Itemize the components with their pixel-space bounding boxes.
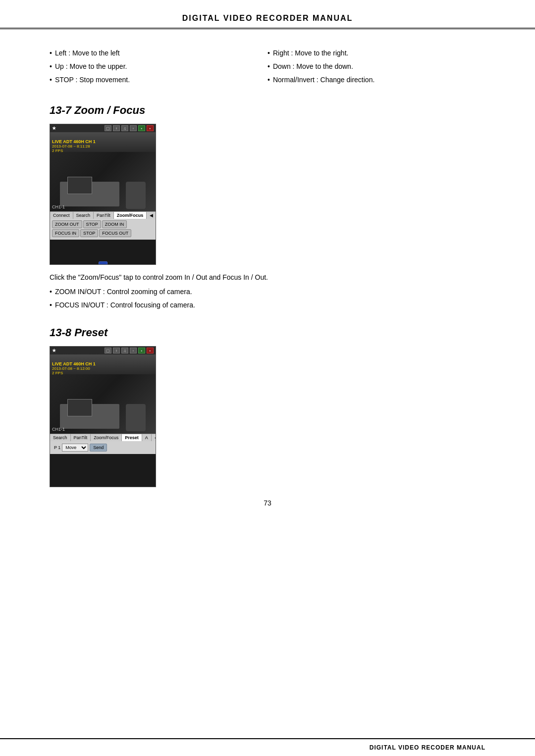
cam-live-text-2: LIVE ADT 460H CH 1 [52, 361, 96, 366]
zoom-description: Click the "Zoom/Focus" tap to control zo… [50, 272, 485, 283]
cam-tabs-2[interactable]: Search PanTilt Zoom/Focus Preset A ◀ ▶ [50, 434, 156, 441]
preset-section: 13-8 Preset ★ ▢ ♀ ♫ ▫ ▪ ▪ LIVE ADT 4 [50, 326, 485, 487]
bullet-dot: • [268, 75, 270, 85]
cam-logo-icon: ★ [52, 126, 56, 131]
bullet-left-text: Left : Move to the left [55, 48, 120, 58]
page-header: DIGITAL VIDEO RECORDER MANUAL [0, 0, 535, 29]
cam-focus-row: FOCUS IN STOP FOCUS OUT [52, 229, 154, 237]
bullet-right: • Right : Move to the right. [268, 48, 485, 58]
focus-out-button[interactable]: FOCUS OUT [99, 229, 131, 237]
bullet-up-text: Up : Move to the upper. [55, 61, 127, 72]
bullet-dot: • [50, 75, 52, 85]
cam-datetime-1: 2013-07-08 ~ 8:11:28 [52, 144, 96, 149]
cam-ch-label-2: CH1-1 [52, 427, 65, 432]
cam-tab-search-2[interactable]: Search [50, 434, 71, 441]
cam-live-info: LIVE ADT 460H CH 1 2013-07-08 ~ 8:11:28 … [52, 139, 96, 153]
cam-live-info-2: LIVE ADT 460H CH 1 2013-07-08 ~ 8:12:00 … [52, 361, 96, 375]
bullet-dot: • [50, 300, 52, 310]
cam-icon-4: ▫ [130, 125, 137, 131]
cam-video-area-2: LIVE ADT 460H CH 1 2013-07-08 ~ 8:12:00 … [50, 354, 156, 434]
bullet-dot: • [50, 287, 52, 297]
bullet-col-right: • Right : Move to the right. • Down : Mo… [268, 48, 485, 88]
zoom-in-button[interactable]: ZOOM IN [102, 220, 127, 228]
bullet-col-left: • Left : Move to the left • Up : Move to… [50, 48, 268, 88]
cam-icon-p-1: ▢ [105, 348, 111, 353]
footer-text: DIGITAL VIDEO RECODER MANUAL [370, 744, 485, 751]
bullet-dot: • [50, 48, 52, 58]
cam-tab-preset[interactable]: Preset [122, 434, 142, 441]
cam-logo-icon-2: ★ [52, 348, 56, 353]
cam-icon-p-3: ♫ [121, 348, 128, 353]
cam-tab-zoomfocus[interactable]: Zoom/Focus [114, 212, 147, 219]
cam-icon-p-4: ▫ [130, 348, 137, 353]
bullet-left: • Left : Move to the left [50, 48, 268, 58]
bullet-dot: • [268, 61, 270, 72]
zoom-bullet2: • FOCUS IN/OUT : Control focusing of cam… [50, 300, 485, 310]
cam-monitor-2 [67, 399, 92, 416]
bullet-normal-invert-text: Normal/Invert : Change direction. [273, 75, 374, 85]
cam-live-text: LIVE ADT 460H CH 1 [52, 139, 96, 144]
preset-camera-screenshot: ★ ▢ ♀ ♫ ▫ ▪ ▪ LIVE ADT 460H CH 1 2013-07… [50, 346, 156, 487]
bullet-down: • Down : Move to the down. [268, 61, 485, 72]
bullet-right-text: Right : Move to the right. [273, 48, 349, 58]
zoom-bullet2-text: FOCUS IN/OUT : Control focusing of camer… [55, 300, 195, 310]
cam-tabs-1[interactable]: Connect Search PanTilt Zoom/Focus ◀ ▶ [50, 211, 156, 219]
cam-icon-p-2: ♀ [113, 348, 120, 353]
cam-icon-p-6: ▪ [147, 348, 154, 353]
cam-preset-row: P 1 Move Set Delete Send [52, 443, 154, 453]
cam-zoom-controls: ZOOM OUT STOP ZOOM IN FOCUS IN STOP FOCU… [50, 219, 156, 240]
zoom-bullet1: • ZOOM IN/OUT : Control zooming of camer… [50, 287, 485, 297]
cam-icon-5: ▪ [138, 125, 145, 131]
cam-top-bar-2: ★ ▢ ♀ ♫ ▫ ▪ ▪ [50, 347, 156, 354]
cam-top-bar: ★ ▢ ♀ ♫ ▫ ▪ ▪ [50, 124, 156, 132]
cam-tab-connect[interactable]: Connect [50, 212, 73, 219]
cam-icon-p-5: ▪ [138, 348, 145, 353]
preset-send-button[interactable]: Send [90, 444, 107, 452]
cam-extra-space-1 [50, 240, 156, 259]
bullet-dot: • [50, 61, 52, 72]
cam-monitor [67, 177, 92, 194]
cam-zoom-row: ZOOM OUT STOP ZOOM IN [52, 220, 154, 228]
zoom-camera-screenshot: ★ ▢ ♀ ♫ ▫ ▪ ▪ LIVE ADT 460H CH 1 2013-07… [50, 124, 156, 265]
cam-icon-2: ♀ [113, 125, 120, 131]
cam-fps-1: 2 FPS [52, 149, 96, 153]
preset-select[interactable]: Move Set Delete [62, 444, 88, 452]
preset-label: P 1 [54, 445, 60, 450]
page-container: DIGITAL VIDEO RECORDER MANUAL • Left : M… [0, 0, 535, 756]
bullet-normal-invert: • Normal/Invert : Change direction. [268, 75, 485, 85]
zoom-focus-section: 13-7 Zoom / Focus ★ ▢ ♀ ♫ ▫ ▪ ▪ LIVE [50, 104, 485, 310]
cam-blue-button-2[interactable] [99, 487, 107, 487]
cam-bottom-bar-2 [50, 485, 156, 487]
cam-chair-2 [126, 404, 146, 431]
cam-tab-nav-prev-2[interactable]: ◀ [152, 434, 156, 441]
zoom-out-button[interactable]: ZOOM OUT [52, 220, 82, 228]
cam-chair [126, 182, 146, 209]
bullet-dot: • [268, 48, 270, 58]
zoom-stop-button[interactable]: STOP [83, 220, 101, 228]
page-number: 73 [264, 499, 271, 507]
cam-tab-zoomfocus-2[interactable]: Zoom/Focus [91, 434, 122, 441]
cam-ch-label-1: CH1-1 [52, 204, 65, 209]
bullet-stop-text: STOP : Stop movement. [55, 75, 130, 85]
cam-extra-space-2 [50, 454, 156, 485]
cam-tab-pantilt[interactable]: PanTilt [94, 212, 114, 219]
bullet-stop: • STOP : Stop movement. [50, 75, 268, 85]
cam-tab-a[interactable]: A [142, 434, 152, 441]
cam-icon-6: ▪ [147, 125, 154, 131]
cam-blue-button-1[interactable] [99, 261, 107, 265]
cam-tab-nav-prev[interactable]: ◀ [147, 212, 156, 219]
bullet-down-text: Down : Move to the down. [273, 61, 353, 72]
bullet-section: • Left : Move to the left • Up : Move to… [50, 48, 485, 88]
page-number-area: 73 [50, 494, 485, 537]
focus-in-button[interactable]: FOCUS IN [52, 229, 79, 237]
cam-tab-pantilt-2[interactable]: PanTilt [71, 434, 91, 441]
preset-title: 13-8 Preset [50, 326, 485, 339]
cam-fps-2: 2 FPS [52, 371, 96, 375]
zoom-bullet1-text: ZOOM IN/OUT : Control zooming of camera. [55, 287, 192, 297]
bullet-up: • Up : Move to the upper. [50, 61, 268, 72]
content-area: • Left : Move to the left • Up : Move to… [0, 29, 535, 547]
header-title: DIGITAL VIDEO RECORDER MANUAL [182, 14, 353, 22]
cam-preset-controls: P 1 Move Set Delete Send [50, 441, 156, 454]
cam-tab-search[interactable]: Search [73, 212, 94, 219]
focus-stop-button[interactable]: STOP [80, 229, 98, 237]
